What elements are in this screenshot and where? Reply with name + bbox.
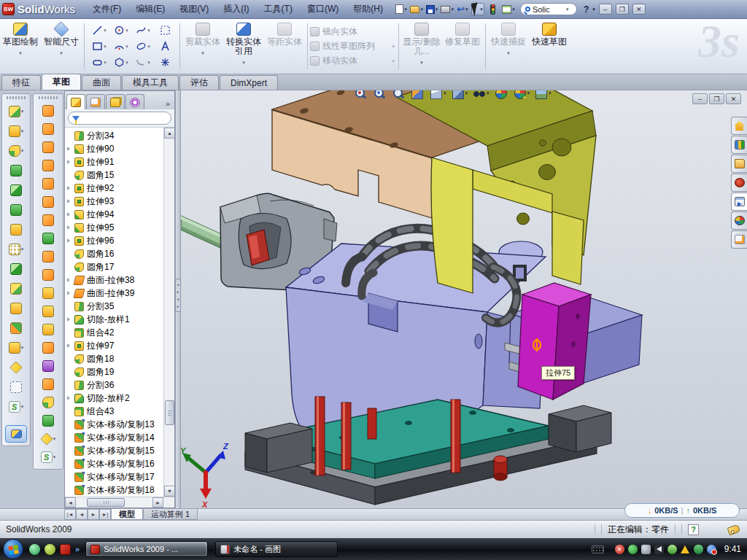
close-button[interactable]: ✕ bbox=[632, 4, 646, 15]
command-tab[interactable]: 评估 bbox=[179, 75, 219, 90]
doc-close-button[interactable]: ✕ bbox=[726, 93, 741, 104]
options-button[interactable]: ▾ bbox=[502, 3, 515, 15]
command-tab[interactable]: 草图 bbox=[42, 74, 81, 90]
toolbar-button[interactable] bbox=[2, 180, 30, 200]
toolbar-button[interactable]: S▾ bbox=[34, 448, 62, 466]
quicklaunch-chevron[interactable]: » bbox=[75, 545, 80, 553]
warning-tray-icon[interactable] bbox=[681, 545, 690, 554]
toolbar-button[interactable] bbox=[34, 229, 62, 247]
toolbar-button[interactable] bbox=[34, 357, 62, 375]
polygon-tool-button[interactable]: ▾ bbox=[110, 55, 132, 71]
task-pane-tab[interactable] bbox=[731, 211, 747, 230]
linear-pattern-button[interactable]: 线性草图阵列▾ bbox=[310, 40, 396, 52]
offset-entities-button[interactable]: 等距实体 bbox=[264, 19, 305, 74]
circle-tool-button[interactable]: ▾ bbox=[110, 23, 132, 39]
tree-expander[interactable] bbox=[67, 147, 74, 151]
toolbar-button[interactable]: ▾ bbox=[2, 239, 30, 259]
feature-tree-item[interactable]: 实体-移动/复制18 bbox=[65, 483, 163, 497]
panel-splitter[interactable]: ◂▸◂▸ bbox=[175, 90, 181, 508]
toolbar-button[interactable] bbox=[2, 160, 30, 180]
model-tab[interactable]: 运动算例 1 bbox=[143, 509, 198, 520]
feature-tree-item[interactable]: 分割34 bbox=[65, 129, 163, 142]
toolbar-button[interactable]: ▾ bbox=[2, 338, 30, 357]
move-entities-button[interactable]: 移动实体▾ bbox=[310, 55, 396, 67]
toolbar-button[interactable] bbox=[2, 259, 30, 279]
toolbar-button[interactable] bbox=[34, 375, 62, 393]
antivirus-tray-icon[interactable]: ✕ bbox=[615, 545, 624, 554]
trim-entities-button[interactable]: 剪裁实体▾ bbox=[182, 19, 223, 74]
toolbar-drag-handle[interactable] bbox=[39, 96, 58, 99]
view-tool-button[interactable] bbox=[353, 90, 369, 101]
sketch-button[interactable]: 草图绘制▾ bbox=[0, 19, 41, 74]
new-document-button[interactable]: ▾ bbox=[395, 3, 408, 15]
tree-expander[interactable] bbox=[67, 160, 74, 164]
feature-tree-item[interactable]: 组合43 bbox=[65, 405, 163, 418]
feature-tree-item[interactable]: 实体-移动/复制15 bbox=[65, 444, 163, 457]
toolbar-button[interactable]: ▾ bbox=[2, 121, 30, 141]
feature-tree-item[interactable]: 拉伸93 bbox=[65, 195, 163, 208]
selection-box-button[interactable] bbox=[154, 23, 176, 39]
toolbar-button[interactable] bbox=[2, 200, 30, 219]
feature-tree-item[interactable]: 曲面-拉伸38 bbox=[65, 273, 163, 287]
rebuild-button[interactable] bbox=[487, 3, 500, 15]
search-input[interactable] bbox=[533, 5, 566, 14]
toolbar-button[interactable] bbox=[34, 192, 62, 211]
update-tray-icon[interactable] bbox=[641, 545, 651, 554]
tree-expander[interactable] bbox=[67, 212, 74, 217]
task-pane-tab[interactable] bbox=[731, 230, 747, 249]
shield-plus-tray-icon[interactable] bbox=[694, 545, 703, 554]
view-tool-button[interactable] bbox=[391, 90, 407, 101]
view-tool-button[interactable] bbox=[494, 90, 510, 101]
toolbar-button[interactable] bbox=[34, 338, 62, 357]
search-box[interactable]: ▾ bbox=[520, 3, 577, 15]
feature-tree-item[interactable]: 实体-移动/复制16 bbox=[65, 457, 163, 470]
first-tab-button[interactable]: |◄ bbox=[64, 509, 76, 520]
feature-tree-item[interactable]: 拉伸95 bbox=[65, 221, 163, 234]
toolbar-button[interactable] bbox=[2, 298, 30, 318]
scroll-up-button[interactable]: ▲ bbox=[164, 128, 174, 139]
open-button[interactable]: ▾ bbox=[410, 3, 423, 15]
toolbar-button[interactable] bbox=[34, 138, 62, 156]
save-button[interactable]: ▾ bbox=[425, 3, 438, 15]
tree-vertical-scrollbar[interactable]: ▲ ▼ bbox=[163, 128, 174, 497]
menu-item[interactable]: 帮助(H) bbox=[346, 1, 390, 18]
dimxpertmanager-tab[interactable] bbox=[125, 94, 144, 109]
sketch-fillet-button[interactable]: ▾ bbox=[132, 55, 154, 71]
command-tab[interactable]: 模具工具 bbox=[122, 75, 179, 90]
security-tray-icon[interactable] bbox=[628, 545, 638, 554]
feature-tree-item[interactable]: 分割36 bbox=[65, 378, 163, 392]
view-tool-button[interactable]: ▾ bbox=[534, 90, 553, 101]
repair-sketch-button[interactable]: 修复草图 bbox=[442, 19, 483, 74]
taskbar-clock[interactable]: 9:41 bbox=[724, 544, 741, 554]
scroll-down-button[interactable]: ▼ bbox=[164, 486, 174, 497]
panel-overflow-chevron[interactable]: » bbox=[163, 99, 173, 109]
feature-tree-item[interactable]: 拉伸97 bbox=[65, 339, 163, 352]
feature-tree-item[interactable]: 组合42 bbox=[65, 326, 163, 339]
select-button[interactable]: ▾ bbox=[471, 3, 484, 15]
prev-tab-button[interactable]: ◄ bbox=[76, 509, 88, 520]
toolbar-button[interactable]: ▾ bbox=[2, 141, 30, 160]
feature-tree-item[interactable]: 切除-放样1 bbox=[65, 313, 163, 326]
volume-tray-icon[interactable] bbox=[654, 545, 664, 554]
menu-item[interactable]: 文件(F) bbox=[85, 1, 128, 18]
toolbar-button[interactable] bbox=[34, 265, 62, 284]
task-pane-tab[interactable] bbox=[731, 155, 747, 173]
keyboard-layout-icon[interactable] bbox=[592, 545, 604, 553]
feature-tree-item[interactable]: 实体-移动/复制14 bbox=[65, 431, 163, 444]
feature-tree-item[interactable]: 实体-移动/复制17 bbox=[65, 470, 163, 483]
feature-tree-item[interactable]: 拉伸90 bbox=[65, 142, 163, 155]
toolbar-button[interactable]: S▾ bbox=[2, 397, 30, 416]
scroll-thumb[interactable] bbox=[165, 400, 174, 425]
toolbar-button[interactable] bbox=[2, 279, 30, 298]
model-tab[interactable]: 模型 bbox=[111, 509, 143, 520]
view-tool-button[interactable] bbox=[372, 90, 388, 101]
convert-entities-button[interactable]: 转换实体引用▾ bbox=[223, 19, 264, 74]
toolbar-button[interactable] bbox=[34, 211, 62, 229]
smart-dimension-button[interactable]: 智能尺寸▾ bbox=[41, 19, 82, 74]
tree-filter-box[interactable] bbox=[68, 112, 171, 125]
command-tab[interactable]: 特征 bbox=[1, 75, 41, 90]
taskbar-window-button[interactable]: 未命名 - 画图 bbox=[215, 541, 338, 557]
status-help-badge[interactable]: ? bbox=[688, 524, 699, 535]
restore-button[interactable]: ❐ bbox=[616, 4, 629, 15]
feature-tree-item[interactable]: 圆角17 bbox=[65, 260, 163, 273]
